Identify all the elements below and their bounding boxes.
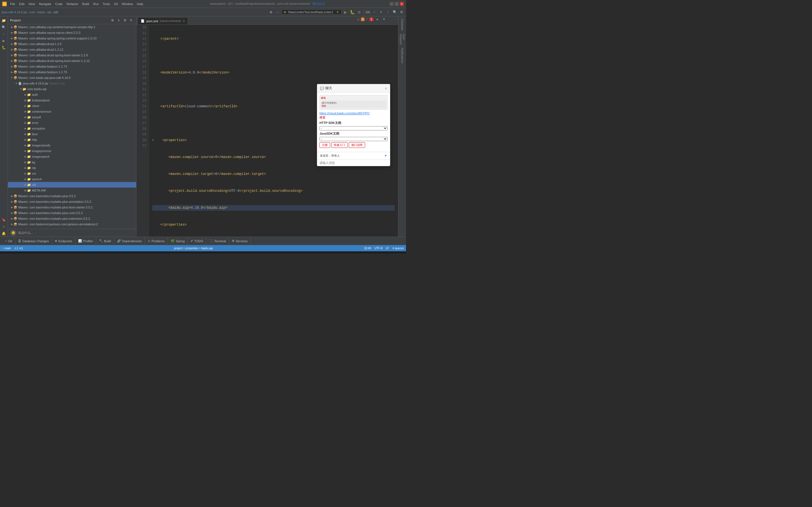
menu-tools[interactable]: Tools: [101, 2, 112, 6]
panel-scope-btn[interactable]: ⊕: [110, 17, 115, 23]
side-icon-debug[interactable]: 🐛: [1, 45, 7, 51]
tree-item-javasdk[interactable]: ▼ 🫙 java-sdk-4.16.6.jar library root: [8, 80, 136, 86]
tree-item-fastjson175[interactable]: ▶ 📦 Maven: com.alibaba:fastjson:1.2.75: [8, 69, 136, 75]
tree-item-client[interactable]: ▶ 📁 client: [8, 103, 136, 109]
tree-item-bodyanalysis[interactable]: ▶ 📁 bodyanalysis: [8, 98, 136, 103]
menu-run[interactable]: Run: [91, 2, 100, 6]
tree-item-http[interactable]: ▶ 📁 http: [8, 137, 136, 143]
settings-button[interactable]: ⚙: [399, 9, 404, 15]
tree-item-druid1212[interactable]: ▶ 📦 Maven: com.alibaba:druid:1.2.12: [8, 47, 136, 52]
chat-java-sdk-select[interactable]: -: [319, 137, 388, 141]
tree-item-fastjson173[interactable]: ▶ 📦 Maven: com.alibaba:fastjson:1.2.73: [8, 64, 136, 69]
bottom-tab-git[interactable]: ⑂ Git: [2, 237, 15, 245]
search-button[interactable]: 🔍: [392, 9, 398, 15]
breadcrumb-util[interactable]: util: [54, 10, 58, 14]
scroll-down-btn[interactable]: ▼: [381, 16, 387, 22]
bottom-tab-terminal[interactable]: ⬛ Terminal: [206, 237, 229, 245]
panel-collapse-btn[interactable]: ≡: [116, 17, 121, 23]
gutter-database[interactable]: Database: [400, 17, 404, 32]
tree-item-jackson-ann[interactable]: ▶ 📦 Maven: com.fasterxml.jackson.core:ja…: [8, 221, 136, 227]
tree-item-ocr[interactable]: ▶ 📁 ocr: [8, 171, 136, 176]
side-icon-run[interactable]: ▶: [1, 38, 7, 44]
tree-item-imageprocess[interactable]: ▶ 📁 imageprocess: [8, 148, 136, 154]
menu-navigate[interactable]: Navigate: [37, 2, 53, 6]
maximize-button[interactable]: □: [395, 2, 399, 6]
tree-item-mybatis-plus[interactable]: ▶ 📦 Maven: com.baomidou:mybatis-plus:3.5…: [8, 193, 136, 199]
bottom-tab-spring[interactable]: 🌿 Spring: [168, 237, 188, 245]
minimize-button[interactable]: ─: [390, 2, 394, 6]
nav-back-button[interactable]: ←: [275, 9, 281, 15]
tree-item-mybatis-plus-boot[interactable]: ▶ 📦 Maven: com.baomidou:mybatis-plus-boo…: [8, 205, 136, 210]
tree-item-druid126[interactable]: ▶ 📦 Maven: com.alibaba:druid:1.2.6: [8, 41, 136, 47]
tree-item-druid-boot1212[interactable]: ▶ 📦 Maven: com.alibaba:druid-spring-boot…: [8, 58, 136, 64]
side-icon-notification[interactable]: 🔔: [1, 230, 7, 237]
chat-footer-toggle[interactable]: ▼: [384, 154, 387, 157]
bottom-tab-problems[interactable]: ⚠ Problems: [145, 237, 168, 245]
run-config-dropdown[interactable]: ▼: [336, 10, 339, 14]
gutter-fast-request[interactable]: FastRequest: [399, 33, 406, 46]
side-icon-bookmarks[interactable]: 🔖: [1, 217, 7, 223]
chat-input[interactable]: [319, 161, 388, 165]
side-icon-search[interactable]: 🔍: [1, 24, 7, 31]
taskbar-app-explorer[interactable]: 📁: [76, 253, 87, 254]
run-button[interactable]: ▶: [343, 9, 349, 15]
chat-quickstart-btn[interactable]: 快速入门: [331, 142, 348, 148]
tree-item-mybatis-plus-core[interactable]: ▶ 📦 Maven: com.baomidou:mybatis-plus-cor…: [8, 210, 136, 216]
bottom-tab-endpoints[interactable]: ⊕ Endpoints: [52, 237, 75, 245]
tree-item-util[interactable]: ▶ 📁 util: [8, 182, 136, 187]
chat-register-btn[interactable]: 注册: [319, 142, 330, 148]
git-update-button[interactable]: ↑: [385, 9, 391, 15]
breadcrumb-jar[interactable]: java-sdk-4.16.6.jar: [2, 10, 28, 14]
tree-item-nlp[interactable]: ▶ 📁 nlp: [8, 165, 136, 171]
taskbar-app-intellij[interactable]: IJ: [123, 253, 135, 254]
tree-item-kg[interactable]: ▶ 📁 kg: [8, 159, 136, 165]
run-config-field[interactable]: ▶ RateLimiterTest.testRateLimiter1 ▼: [282, 9, 342, 15]
tab-close-btn[interactable]: ✕: [183, 19, 185, 22]
bottom-tab-todo[interactable]: ✔ TODO: [188, 237, 206, 245]
chat-http-sdk-select[interactable]: -: [319, 126, 388, 130]
debug-button[interactable]: 🐛: [350, 9, 355, 15]
tree-item-imagesearch[interactable]: ▶ 📁 imagesearch: [8, 154, 136, 159]
tree-item-druid-boot126[interactable]: ▶ 📦 Maven: com.alibaba:druid-spring-boot…: [8, 52, 136, 58]
breadcrumb-baidu[interactable]: baidu: [38, 10, 45, 14]
tree-item-face[interactable]: ▶ 📁 face: [8, 131, 136, 137]
taskbar-app-music[interactable]: 🎵: [88, 253, 99, 254]
tree-item-baidu-aip[interactable]: ▼ 📦 Maven: com.baidu.aip:java-sdk:4.16.6: [8, 75, 136, 80]
coverage-button[interactable]: ⊙: [356, 9, 362, 15]
menu-git[interactable]: Git: [112, 2, 119, 6]
tree-item-exception[interactable]: ▶ 📁 exception: [8, 126, 136, 131]
menu-build[interactable]: Build: [81, 2, 91, 6]
tree-item-imageclassify[interactable]: ▶ 📁 imageclassify: [8, 143, 136, 148]
start-button[interactable]: [2, 252, 15, 254]
chat-close-btn[interactable]: ×: [385, 86, 387, 91]
git-cross-button[interactable]: ✗: [378, 9, 384, 15]
taskbar-app-browser[interactable]: 🌐: [64, 253, 75, 254]
breadcrumb-aip[interactable]: aip: [47, 10, 51, 14]
bottom-tab-deps[interactable]: 🔗 Dependencies: [114, 237, 145, 245]
vcs-target-button[interactable]: ⊕: [268, 9, 274, 15]
breadcrumb-com[interactable]: com: [29, 10, 35, 14]
side-icon-project[interactable]: 📁: [1, 17, 7, 24]
tree-item-auth[interactable]: ▶ 📁 auth: [8, 92, 136, 98]
tree-item-nacos[interactable]: ▶ 📦 Maven: com.alibaba.nacos:nacos-clien…: [8, 30, 136, 36]
git-check-button[interactable]: ✓: [371, 9, 377, 15]
tree-item-mybatis-plus-ext[interactable]: ▶ 📦 Maven: com.baomidou:mybatis-plus-ext…: [8, 216, 136, 221]
tree-item-contentcensor[interactable]: ▶ 📁 contentcensor: [8, 109, 136, 114]
bottom-tab-services[interactable]: ⚙ Services: [229, 237, 251, 245]
menu-refactor[interactable]: Refactor: [65, 2, 80, 6]
menu-edit[interactable]: Edit: [17, 2, 26, 6]
menu-view[interactable]: View: [27, 2, 37, 6]
tree-container[interactable]: ▶ 📦 Maven: com.alibaba.csp:sentinel-tran…: [8, 24, 136, 229]
gutter-notifications[interactable]: Notifications: [400, 47, 404, 64]
bottom-tab-db-changes[interactable]: 🗄 Database Changes: [15, 237, 52, 245]
taskbar-app-red[interactable]: 小: [112, 253, 123, 254]
side-icon-structure[interactable]: ≡: [1, 224, 7, 230]
tree-item-spring-ctx[interactable]: ▶ 📦 Maven: com.alibaba.spring:spring-con…: [8, 36, 136, 41]
tree-item-speech[interactable]: ▶ 📁 speech: [8, 176, 136, 182]
fold-icon[interactable]: ▼: [152, 137, 154, 143]
tree-item-sentinel[interactable]: ▶ 📦 Maven: com.alibaba.csp:sentinel-tran…: [8, 24, 136, 30]
taskbar-app-camera[interactable]: 📷: [100, 253, 111, 254]
bottom-tab-profiler[interactable]: 📊 Profiler: [75, 237, 96, 245]
menu-file[interactable]: File: [8, 2, 17, 6]
tree-item-easydl[interactable]: ▶ 📁 easydl: [8, 114, 136, 120]
